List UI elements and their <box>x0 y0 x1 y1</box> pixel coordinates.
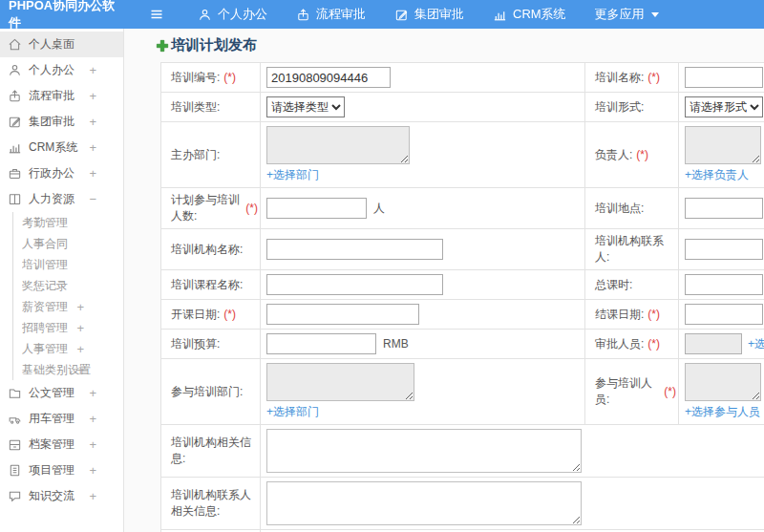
approver-label: 审批人员:(*) <box>585 330 679 358</box>
sidebar-item-personnel-mgmt[interactable]: 人事管理+ <box>12 338 123 359</box>
nav-item-more-apps[interactable]: 更多应用 <box>581 0 673 29</box>
sidebar-item-human-resources[interactable]: 人力资源− <box>0 186 123 212</box>
expand-plus-icon[interactable]: + <box>76 364 84 376</box>
start-date-input[interactable] <box>266 304 419 325</box>
host-department-textarea[interactable] <box>266 126 410 164</box>
top-bar: PHPOA协同办公软件 个人办公流程审批集团审批CRM系统更多应用 <box>0 0 764 29</box>
training-location-input[interactable] <box>685 198 763 219</box>
sidebar-item-label: 招聘管理 <box>22 320 96 336</box>
nav-item-crm-system[interactable]: CRM系统 <box>478 0 581 29</box>
sidebar-item-personal-desktop[interactable]: 个人桌面 <box>0 32 123 57</box>
host-department-label: 主办部门: <box>161 122 261 187</box>
sidebar-item-project-mgmt[interactable]: 项目管理+ <box>0 458 123 483</box>
expand-plus-icon[interactable]: + <box>89 438 96 451</box>
app-logo: PHPOA协同办公软件 <box>0 0 126 32</box>
expand-plus-icon[interactable]: + <box>89 413 96 425</box>
sidebar-item-label: 行政办公 <box>29 165 96 181</box>
expand-plus-icon[interactable]: + <box>89 116 96 128</box>
sidebar-menu: 个人桌面个人办公+流程审批+集团审批+CRM系统+行政办公+人力资源−考勤管理人… <box>0 29 124 532</box>
org-contact-input[interactable] <box>685 239 763 260</box>
sidebar-item-knowledge-exchange[interactable]: 知识交流+ <box>0 483 123 509</box>
sidebar-item-label: 项目管理 <box>29 462 96 479</box>
sidebar-item-hr-contract[interactable]: 人事合同 <box>12 233 123 254</box>
sidebar-item-workflow-approval[interactable]: 流程审批+ <box>0 83 123 109</box>
training-form-select[interactable]: 请选择形式 <box>685 96 763 117</box>
total-hours-input[interactable] <box>685 274 763 295</box>
training-code-input[interactable] <box>266 67 391 88</box>
form-row: 主办部门: +选择部门 负责人:(*) +选择负责人 <box>161 122 764 188</box>
planned-participants-input[interactable] <box>266 198 367 219</box>
training-name-input[interactable] <box>685 67 763 88</box>
select-department-link[interactable]: +选择部门 <box>266 167 319 183</box>
sidebar-item-crm-system[interactable]: CRM系统+ <box>0 135 123 160</box>
sidebar-item-base-category-settings[interactable]: 基础类别设置+ <box>12 359 123 380</box>
select-approver-link[interactable]: +选择审批人员 <box>748 336 764 352</box>
form-row: 开课日期:(*) 结课日期:(*) <box>161 300 764 330</box>
form-row: 参与培训部门: +选择部门 参与培训人员:(*) +选择参与人员 <box>161 359 764 425</box>
org-info-textarea[interactable] <box>266 429 582 473</box>
course-name-input[interactable] <box>266 274 443 295</box>
nav-item-personal-office[interactable]: 个人办公 <box>183 0 282 29</box>
menu-toggle-icon[interactable] <box>149 7 164 22</box>
expand-plus-icon[interactable]: + <box>89 141 96 154</box>
edit-icon <box>394 8 409 22</box>
car-icon <box>8 412 22 426</box>
expand-plus-icon[interactable]: + <box>89 64 96 76</box>
nav-item-label: 个人办公 <box>218 6 267 23</box>
approver-input[interactable] <box>685 333 742 354</box>
training-type-select[interactable]: 请选择类型 <box>266 96 345 117</box>
sidebar-item-attendance-mgmt[interactable]: 考勤管理 <box>12 212 123 233</box>
sidebar-item-archive-mgmt[interactable]: 档案管理+ <box>0 432 123 458</box>
sidebar-item-label: 集团审批 <box>29 114 96 130</box>
nav-item-workflow-approval[interactable]: 流程审批 <box>282 0 380 29</box>
form-row: 计划参与培训人数:(*) 人 培训地点: <box>161 188 764 229</box>
sidebar-item-label: 人力资源 <box>29 191 96 207</box>
sidebar-item-document-mgmt[interactable]: 公文管理+ <box>0 380 123 406</box>
sidebar-item-label: 档案管理 <box>29 436 96 453</box>
sidebar-item-personal-office[interactable]: 个人办公+ <box>0 57 123 83</box>
top-navigation: 个人办公流程审批集团审批CRM系统更多应用 <box>183 0 673 29</box>
expand-plus-icon[interactable]: + <box>76 322 84 334</box>
sidebar-item-label: 人事合同 <box>22 236 96 252</box>
sidebar-item-vehicle-mgmt[interactable]: 用车管理+ <box>0 406 123 432</box>
edit-icon <box>8 115 22 129</box>
nav-item-group-approval[interactable]: 集团审批 <box>380 0 478 29</box>
expand-plus-icon[interactable]: + <box>76 343 84 355</box>
sidebar-item-training-mgmt[interactable]: 培训管理 <box>12 254 123 275</box>
org-contact-info-textarea[interactable] <box>266 481 582 525</box>
org-name-input[interactable] <box>266 239 443 260</box>
select-join-department-link[interactable]: +选择部门 <box>266 404 319 420</box>
training-code-label: 培训编号:(*) <box>161 63 261 92</box>
home-icon <box>8 37 22 52</box>
end-date-input[interactable] <box>685 304 763 325</box>
sidebar-item-admin-office[interactable]: 行政办公+ <box>0 160 123 186</box>
chevron-down-icon <box>651 12 659 17</box>
select-leader-link[interactable]: +选择负责人 <box>685 167 749 183</box>
expand-plus-icon[interactable]: + <box>89 90 96 102</box>
select-participants-link[interactable]: +选择参与人员 <box>685 404 760 420</box>
expand-plus-icon[interactable]: + <box>89 387 96 399</box>
expand-plus-icon[interactable]: + <box>89 490 96 502</box>
sidebar-item-label: 考勤管理 <box>22 215 96 231</box>
expand-plus-icon[interactable]: + <box>89 464 96 477</box>
sidebar-item-reward-punishment[interactable]: 奖惩记录 <box>12 275 123 296</box>
expand-plus-icon[interactable]: + <box>76 301 84 313</box>
participants-textarea[interactable] <box>685 363 761 401</box>
user-icon <box>8 63 22 77</box>
budget-input[interactable] <box>266 333 376 354</box>
sidebar-item-salary-mgmt[interactable]: 薪资管理+ <box>12 296 123 317</box>
collapse-minus-icon[interactable]: − <box>89 193 96 205</box>
currency-suffix: RMB <box>383 337 409 351</box>
leader-textarea[interactable] <box>685 126 761 164</box>
main-content: 培训计划发布 培训编号:(*) 培训名称:(*) 培训类型: 请选择类型 培训形… <box>125 0 764 532</box>
participating-departments-textarea[interactable] <box>266 363 414 401</box>
org-info-label: 培训机构相关信息: <box>161 425 261 477</box>
sidebar-item-label: CRM系统 <box>29 139 96 156</box>
briefcase-icon <box>8 166 22 181</box>
sidebar-item-recruitment-mgmt[interactable]: 招聘管理+ <box>12 317 123 338</box>
sidebar-item-label: 薪资管理 <box>22 299 96 315</box>
sidebar-item-group-approval[interactable]: 集团审批+ <box>0 109 123 135</box>
expand-plus-icon[interactable]: + <box>89 167 96 180</box>
chat-icon <box>8 489 22 503</box>
page-title-text: 培训计划发布 <box>171 36 257 54</box>
